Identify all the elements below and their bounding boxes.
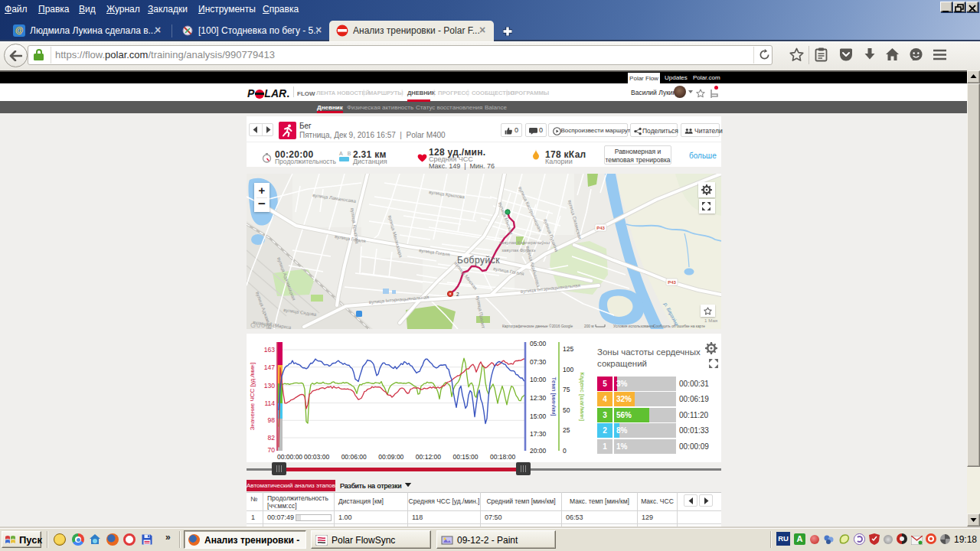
svg-text:Сообщить об ошибке на карте: Сообщить об ошибке на карте xyxy=(653,324,705,328)
svg-text:00:03:00: 00:03:00 xyxy=(304,453,329,461)
svg-text:Каденс [шаг/мин]: Каденс [шаг/мин] xyxy=(579,372,586,421)
svg-text:07:30: 07:30 xyxy=(530,358,547,366)
svg-text:15:00: 15:00 xyxy=(530,412,547,420)
svg-text:100: 100 xyxy=(563,366,573,373)
svg-text:25: 25 xyxy=(563,426,570,434)
svg-text:Бобруйск: Бобруйск xyxy=(457,255,500,266)
svg-text:Картографические данные ©2016: Картографические данные ©2016 Google xyxy=(502,324,573,328)
svg-text:20:00: 20:00 xyxy=(530,447,547,455)
svg-text:130: 130 xyxy=(264,382,275,390)
svg-text:0: 0 xyxy=(563,447,567,455)
svg-text:17:30: 17:30 xyxy=(530,430,547,438)
svg-text:Значение ЧСС [уд./мин]: Значение ЧСС [уд./мин] xyxy=(249,363,256,431)
svg-text:05:00: 05:00 xyxy=(530,340,547,347)
svg-text:10:00: 10:00 xyxy=(530,376,547,383)
svg-text:2: 2 xyxy=(456,292,459,297)
svg-text:Р43: Р43 xyxy=(668,280,676,285)
svg-text:00:06:00: 00:06:00 xyxy=(341,453,367,461)
svg-text:200 м: 200 м xyxy=(584,324,594,328)
svg-text:50: 50 xyxy=(563,406,570,414)
svg-text:98: 98 xyxy=(268,416,276,424)
svg-text:Темп [мин/км]: Темп [мин/км] xyxy=(550,377,557,416)
svg-text:82: 82 xyxy=(268,434,276,442)
svg-text:00:09:00: 00:09:00 xyxy=(378,453,403,461)
svg-text:завулак Кааператыўны: завулак Кааператыўны xyxy=(499,240,550,245)
svg-text:00:12:00: 00:12:00 xyxy=(416,453,441,461)
svg-text:00:18:00: 00:18:00 xyxy=(490,453,515,461)
svg-text:114: 114 xyxy=(264,399,275,407)
svg-text:147: 147 xyxy=(264,364,275,371)
svg-text:75: 75 xyxy=(563,386,570,393)
svg-text:12:30: 12:30 xyxy=(530,394,547,402)
svg-text:завулак Фрунзэ: завулак Фрунзэ xyxy=(501,247,535,253)
svg-text:125: 125 xyxy=(563,345,573,353)
svg-text:00:15:00: 00:15:00 xyxy=(452,453,478,461)
svg-text:1 Мая: 1 Мая xyxy=(704,318,717,323)
svg-text:Условия использования: Условия использования xyxy=(613,324,655,328)
svg-text:70: 70 xyxy=(268,446,276,454)
svg-text:Р43: Р43 xyxy=(596,226,605,230)
svg-text:163: 163 xyxy=(264,346,275,354)
svg-text:00:00:00: 00:00:00 xyxy=(277,453,302,461)
svg-text:Google: Google xyxy=(250,321,277,329)
